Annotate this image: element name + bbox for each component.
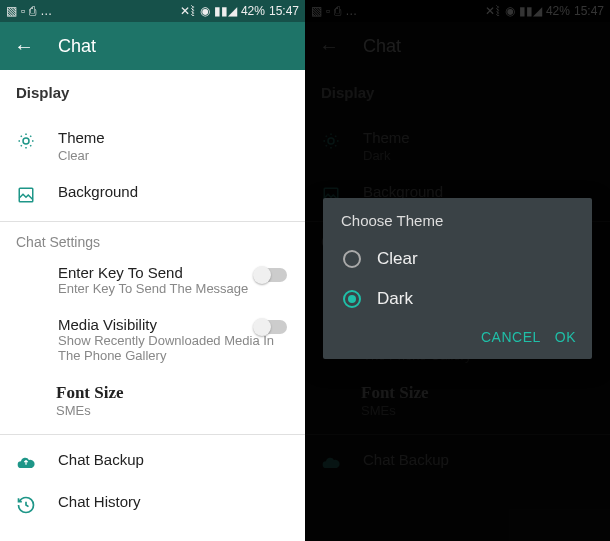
radio-label-clear: Clear [377, 249, 418, 269]
theme-row[interactable]: Theme Clear [0, 119, 305, 173]
font-size-row[interactable]: Font Size SMEs [0, 373, 305, 428]
font-size-value: SMEs [56, 403, 249, 418]
background-label: Background [58, 183, 289, 200]
chat-history-label: Chat History [58, 493, 289, 510]
chat-settings-heading: Chat Settings [0, 228, 305, 254]
theme-value: Clear [58, 148, 289, 163]
wifi-icon: ◉ [200, 4, 210, 18]
background-row[interactable]: Background [0, 173, 305, 215]
appbar: ← Chat [0, 22, 305, 70]
notif-icon-2: ▫ [21, 4, 25, 18]
media-toggle[interactable] [255, 320, 287, 334]
notif-icon-3: ⎙ [29, 4, 36, 18]
chat-history-row[interactable]: Chat History [0, 483, 305, 525]
notif-more: … [40, 4, 52, 18]
signal-icon: ▮▮◢ [214, 4, 237, 18]
theme-dialog: Choose Theme Clear Dark CANCEL OK [323, 198, 592, 359]
divider-2 [0, 434, 305, 435]
notif-icon: ▧ [6, 4, 17, 18]
svg-point-0 [23, 138, 29, 144]
dark-panel: ▧ ▫ ⎙ … ✕⦚ ◉ ▮▮◢ 42% 15:47 ← Chat Displa… [305, 0, 610, 541]
theme-icon [16, 131, 36, 151]
time-text: 15:47 [269, 4, 299, 18]
enter-key-sub: Enter Key To Send The Message [58, 281, 289, 296]
media-visibility-row[interactable]: Media Visibility Show Recently Downloade… [0, 306, 305, 373]
dialog-title: Choose Theme [323, 212, 592, 239]
theme-label: Theme [58, 129, 289, 146]
radio-label-dark: Dark [377, 289, 413, 309]
enter-key-row[interactable]: Enter Key To Send Enter Key To Send The … [0, 254, 305, 306]
enter-key-toggle[interactable] [255, 268, 287, 282]
cancel-button[interactable]: CANCEL [481, 329, 541, 345]
radio-icon-unselected [343, 250, 361, 268]
status-bar: ▧ ▫ ⎙ … ✕⦚ ◉ ▮▮◢ 42% 15:47 [0, 0, 305, 22]
media-sub: Show Recently Downloaded Media In The Ph… [58, 333, 289, 363]
radio-icon-selected [343, 290, 361, 308]
dialog-actions: CANCEL OK [323, 319, 592, 353]
appbar-title: Chat [58, 36, 96, 57]
divider [0, 221, 305, 222]
radio-option-dark[interactable]: Dark [323, 279, 592, 319]
chat-backup-label: Chat Backup [58, 451, 289, 468]
chat-backup-row[interactable]: Chat Backup [0, 441, 305, 483]
display-section: Display [0, 70, 305, 119]
light-panel: ▧ ▫ ⎙ … ✕⦚ ◉ ▮▮◢ 42% 15:47 ← Chat Displa… [0, 0, 305, 541]
font-size-title: Font Size [56, 383, 249, 403]
radio-option-clear[interactable]: Clear [323, 239, 592, 279]
display-heading: Display [16, 84, 289, 101]
vibrate-icon: ✕⦚ [180, 4, 196, 18]
ok-button[interactable]: OK [555, 329, 576, 345]
battery-text: 42% [241, 4, 265, 18]
background-icon [16, 185, 36, 205]
history-icon [16, 495, 36, 515]
cloud-icon [16, 453, 36, 473]
back-arrow-icon[interactable]: ← [14, 35, 34, 58]
